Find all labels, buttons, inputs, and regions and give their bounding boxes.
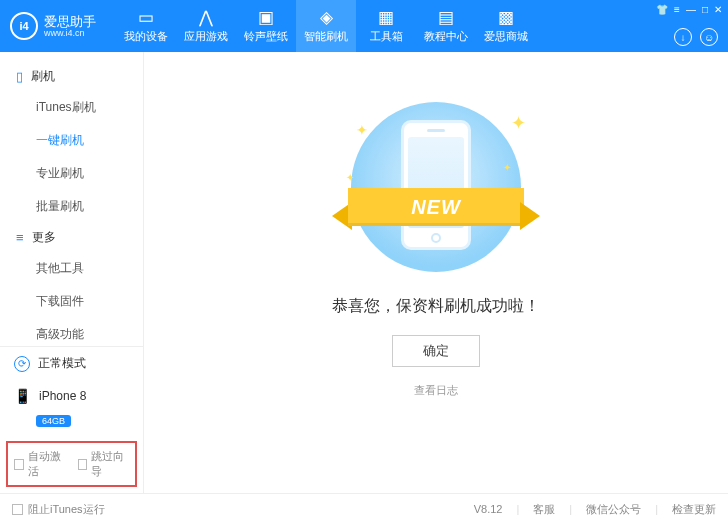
nav-label: 我的设备 [124,29,168,44]
nav-label: 应用游戏 [184,29,228,44]
sidebar-group-flash[interactable]: ▯刷机 [0,62,143,91]
sidebar-item-pro-flash[interactable]: 专业刷机 [0,157,143,190]
view-log-link[interactable]: 查看日志 [414,383,458,398]
sparkle-icon: ✦ [356,122,368,138]
nav-apps[interactable]: ⋀应用游戏 [176,0,236,52]
sidebar: ▯刷机 iTunes刷机 一键刷机 专业刷机 批量刷机 ≡更多 其他工具 下载固… [0,52,144,493]
nav-label: 智能刷机 [304,29,348,44]
nav-label: 工具箱 [370,29,403,44]
sidebar-group-title: 更多 [32,229,56,246]
top-right-actions: ↓ ☺ [674,28,718,46]
sidebar-item-advanced[interactable]: 高级功能 [0,318,143,346]
sidebar-group-more[interactable]: ≡更多 [0,223,143,252]
menu-lines-icon: ≡ [16,230,24,245]
menu-icon[interactable]: ≡ [674,4,680,15]
book-icon: ▤ [438,9,454,26]
hero-illustration: ✦ ✦ ✦ ✦ NEW [326,102,546,272]
user-button[interactable]: ☺ [700,28,718,46]
sparkle-icon: ✦ [511,112,526,134]
device-box[interactable]: 📱 iPhone 8 64GB [0,380,143,437]
check-label: 跳过向导 [91,449,129,479]
brand-url: www.i4.cn [44,28,96,38]
success-message: 恭喜您，保资料刷机成功啦！ [332,296,540,317]
sidebar-bottom: ⟳ 正常模式 📱 iPhone 8 64GB 自动激活 跳过向导 [0,346,143,493]
main-panel: ✦ ✦ ✦ ✦ NEW 恭喜您，保资料刷机成功啦！ 确定 查看日志 [144,52,728,493]
close-icon[interactable]: ✕ [714,4,722,15]
sidebar-scroll: ▯刷机 iTunes刷机 一键刷机 专业刷机 批量刷机 ≡更多 其他工具 下载固… [0,52,143,346]
status-right: V8.12 | 客服 | 微信公众号 | 检查更新 [474,502,716,517]
phone-icon: ▭ [138,9,154,26]
mode-normal-icon: ⟳ [14,356,30,372]
sparkle-icon: ✦ [503,162,511,173]
checkbox-icon [12,504,23,515]
device-storage-badge: 64GB [36,415,71,427]
top-nav: ▭我的设备 ⋀应用游戏 ▣铃声壁纸 ◈智能刷机 ▦工具箱 ▤教程中心 ▩爱思商城 [116,0,536,52]
device-name: iPhone 8 [39,389,86,403]
check-label: 阻止iTunes运行 [28,502,105,517]
maximize-icon[interactable]: □ [702,4,708,15]
ok-button[interactable]: 确定 [392,335,480,367]
mode-box[interactable]: ⟳ 正常模式 [0,347,143,380]
brand-logo-icon: i4 [10,12,38,40]
nav-my-device[interactable]: ▭我的设备 [116,0,176,52]
version-label: V8.12 [474,503,503,515]
skin-icon[interactable]: 👕 [656,4,668,15]
nav-label: 铃声壁纸 [244,29,288,44]
wechat-link[interactable]: 微信公众号 [586,502,641,517]
sidebar-item-other-tools[interactable]: 其他工具 [0,252,143,285]
image-icon: ▣ [258,9,274,26]
support-link[interactable]: 客服 [533,502,555,517]
check-label: 自动激活 [28,449,66,479]
sidebar-item-batch-flash[interactable]: 批量刷机 [0,190,143,223]
refresh-icon: ◈ [320,9,333,26]
device-phone-icon: 📱 [14,388,31,404]
store-icon: ▩ [498,9,514,26]
window-controls: 👕 ≡ — □ ✕ [656,4,722,15]
minimize-icon[interactable]: — [686,4,696,15]
checks-row: 自动激活 跳过向导 [6,441,137,487]
sidebar-item-download-firmware[interactable]: 下载固件 [0,285,143,318]
status-bar: 阻止iTunes运行 V8.12 | 客服 | 微信公众号 | 检查更新 [0,493,728,524]
nav-label: 教程中心 [424,29,468,44]
toolbox-icon: ▦ [378,9,394,26]
check-auto-activate[interactable]: 自动激活 [14,449,66,479]
nav-flash[interactable]: ◈智能刷机 [296,0,356,52]
separator: | [569,503,572,515]
phone-outline-icon: ▯ [16,69,23,84]
separator: | [655,503,658,515]
download-button[interactable]: ↓ [674,28,692,46]
sidebar-group-title: 刷机 [31,68,55,85]
ribbon-text: NEW [348,188,524,226]
hero-ribbon: NEW [326,180,546,234]
checkbox-icon [14,459,24,470]
brand-text: 爱思助手 www.i4.cn [44,15,96,38]
check-block-itunes[interactable]: 阻止iTunes运行 [12,502,105,517]
brand-name: 爱思助手 [44,15,96,28]
top-bar: i4 爱思助手 www.i4.cn ▭我的设备 ⋀应用游戏 ▣铃声壁纸 ◈智能刷… [0,0,728,52]
separator: | [516,503,519,515]
check-update-link[interactable]: 检查更新 [672,502,716,517]
nav-toolbox[interactable]: ▦工具箱 [356,0,416,52]
nav-ringtones[interactable]: ▣铃声壁纸 [236,0,296,52]
checkbox-icon [78,459,88,470]
sidebar-item-oneclick-flash[interactable]: 一键刷机 [0,124,143,157]
mode-label: 正常模式 [38,355,86,372]
check-skip-wizard[interactable]: 跳过向导 [78,449,130,479]
appstore-icon: ⋀ [199,9,213,26]
brand: i4 爱思助手 www.i4.cn [0,12,106,40]
nav-store[interactable]: ▩爱思商城 [476,0,536,52]
body: ▯刷机 iTunes刷机 一键刷机 专业刷机 批量刷机 ≡更多 其他工具 下载固… [0,52,728,493]
nav-tutorials[interactable]: ▤教程中心 [416,0,476,52]
sidebar-item-itunes-flash[interactable]: iTunes刷机 [0,91,143,124]
nav-label: 爱思商城 [484,29,528,44]
